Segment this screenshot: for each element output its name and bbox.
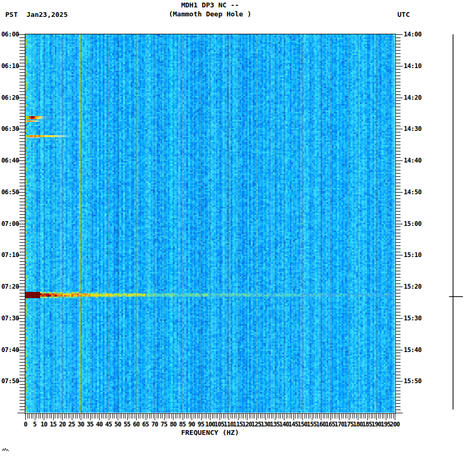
- left-axis-tick: [20, 277, 25, 278]
- bottom-axis-tick: [194, 413, 194, 419]
- left-axis-tick: [20, 63, 25, 63]
- bottom-axis-tick: [149, 413, 150, 419]
- left-axis-tick: [20, 261, 25, 262]
- station-subtitle: (Mammoth Deep Hole ): [25, 10, 395, 18]
- station-title: MDH1 DP3 NC --: [25, 1, 395, 9]
- left-axis-tick: [20, 214, 25, 215]
- right-axis-tick: [395, 47, 401, 48]
- left-axis-label: 07:40: [0, 346, 19, 354]
- right-axis-tick: [395, 321, 401, 322]
- right-axis-tick: [395, 110, 401, 110]
- right-axis-tick: [395, 255, 403, 255]
- right-axis-tick: [395, 391, 401, 391]
- bottom-axis-tick: [55, 413, 55, 419]
- bottom-axis-tick: [262, 413, 262, 419]
- bottom-axis-tick: [275, 413, 275, 420]
- bottom-axis-tick: [221, 413, 222, 419]
- right-axis-tick: [395, 296, 401, 297]
- bottom-axis-tick: [205, 413, 205, 419]
- left-axis-label: 07:00: [0, 220, 19, 227]
- left-axis-tick: [20, 344, 25, 344]
- right-axis-tick: [395, 145, 401, 145]
- bottom-axis-tick: [330, 413, 331, 420]
- bottom-axis-tick: [373, 413, 373, 419]
- left-axis-tick: [20, 157, 25, 158]
- timezone-right-label: UTC: [397, 11, 410, 18]
- right-axis-tick: [395, 75, 401, 76]
- right-axis-tick: [395, 356, 401, 356]
- left-axis-tick: [20, 100, 25, 101]
- right-axis-tick: [395, 198, 401, 199]
- bottom-axis-tick: [110, 413, 111, 419]
- left-axis-tick: [20, 221, 25, 221]
- bottom-axis-tick: [295, 413, 296, 419]
- bottom-axis-tick: [66, 413, 66, 419]
- bottom-axis-tick: [327, 413, 327, 419]
- left-axis-tick: [20, 321, 25, 322]
- bottom-axis-tick: [27, 413, 28, 419]
- left-axis-tick: [20, 126, 25, 126]
- left-axis-tick: [20, 91, 25, 92]
- left-axis-tick: [20, 75, 25, 76]
- bottom-axis-tick: [175, 413, 176, 419]
- bottom-axis-tick: [105, 413, 106, 419]
- right-axis-tick: [395, 365, 401, 366]
- left-axis-label: 06:40: [0, 157, 19, 164]
- bottom-axis-tick: [269, 413, 270, 419]
- right-axis-tick: [395, 167, 401, 167]
- left-axis-tick: [20, 94, 25, 95]
- left-axis-tick: [20, 299, 25, 300]
- right-axis-tick: [395, 410, 401, 410]
- left-axis-tick: [20, 176, 25, 177]
- left-axis-tick: [20, 400, 25, 401]
- bottom-axis-tick: [279, 413, 279, 419]
- left-axis-tick: [17, 34, 25, 35]
- left-axis-tick: [17, 98, 25, 98]
- left-axis-tick: [20, 353, 25, 353]
- right-axis-label: 14:40: [404, 157, 427, 164]
- bottom-axis-tick: [336, 413, 336, 419]
- bottom-axis-tick: [328, 413, 329, 419]
- left-axis-tick: [17, 350, 25, 350]
- right-axis-tick: [395, 287, 403, 287]
- left-axis-tick: [20, 309, 25, 309]
- bottom-axis-tick: [265, 413, 266, 420]
- left-axis-label: 07:10: [0, 251, 19, 259]
- left-axis-tick: [20, 312, 25, 312]
- right-axis-label: 15:30: [404, 315, 427, 322]
- bottom-axis-tick: [146, 413, 146, 420]
- left-axis-tick: [20, 151, 25, 151]
- bottom-axis-tick: [183, 413, 183, 420]
- right-axis-tick: [395, 148, 401, 148]
- bottom-axis-tick: [103, 413, 103, 419]
- left-axis-tick: [20, 325, 25, 325]
- bottom-axis-tick: [120, 413, 120, 419]
- right-axis-tick: [395, 350, 403, 350]
- bottom-axis-tick: [201, 413, 202, 420]
- bottom-axis-tick: [166, 413, 166, 419]
- bottom-axis-tick: [81, 413, 81, 420]
- bottom-axis-tick: [358, 413, 358, 420]
- left-axis-tick: [17, 287, 25, 287]
- right-axis-tick: [395, 261, 401, 262]
- right-axis-tick: [395, 60, 401, 60]
- bottom-axis-tick: [210, 413, 211, 420]
- left-axis-label: 07:20: [0, 283, 19, 290]
- right-axis-tick: [395, 328, 401, 328]
- left-axis-tick: [20, 119, 25, 120]
- bottom-axis-tick: [155, 413, 155, 420]
- left-axis-tick: [20, 264, 25, 265]
- bottom-axis-tick: [164, 413, 165, 420]
- bottom-axis-tick: [168, 413, 168, 419]
- left-axis-tick: [20, 347, 25, 347]
- left-axis-tick: [20, 72, 25, 73]
- left-axis-tick: [20, 372, 25, 372]
- bottom-axis-tick: [206, 413, 207, 419]
- bottom-axis-tick: [197, 413, 198, 419]
- right-axis-tick: [395, 202, 401, 202]
- bottom-axis-tick: [40, 413, 41, 419]
- left-axis-tick: [20, 252, 25, 252]
- x-axis-title: FREQUENCY (HZ): [25, 429, 395, 436]
- left-axis-tick: [20, 141, 25, 142]
- bottom-axis-tick: [84, 413, 85, 419]
